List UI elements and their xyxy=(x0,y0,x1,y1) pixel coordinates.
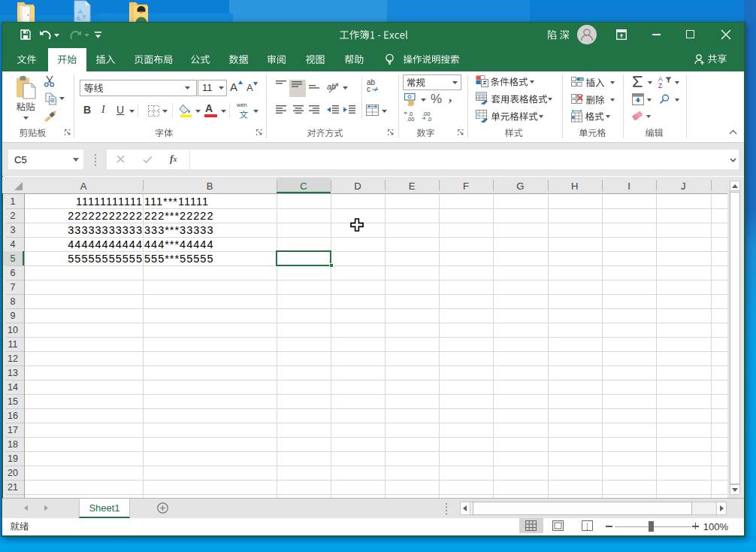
svg-text:c: c xyxy=(367,85,370,93)
svg-text:.0: .0 xyxy=(427,116,431,123)
svg-text:.00: .00 xyxy=(407,116,414,123)
svg-text:Z: Z xyxy=(658,82,662,89)
